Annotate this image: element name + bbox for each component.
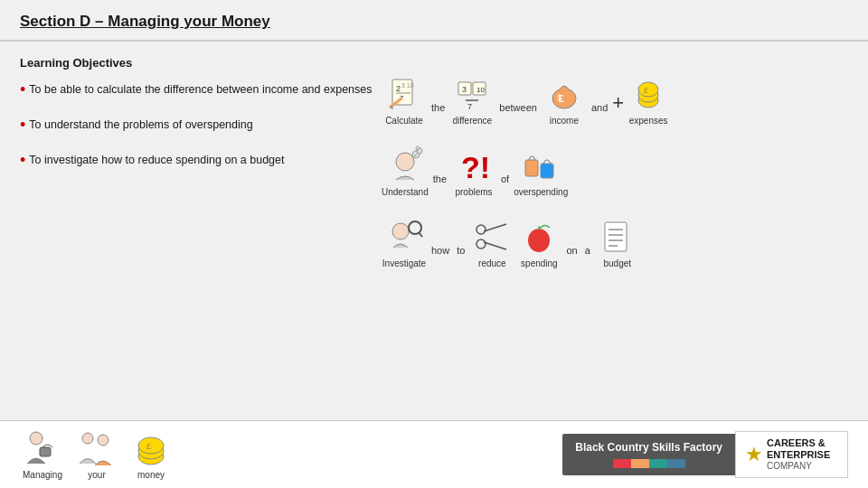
- footer-your-label: your: [88, 470, 105, 480]
- budget-icon: [598, 217, 637, 257]
- bcsf-color-orange: [631, 459, 649, 468]
- svg-point-20: [396, 153, 414, 171]
- word-and-1: and: [589, 102, 610, 126]
- word-on: on: [563, 245, 580, 268]
- reduce-label: reduce: [478, 258, 506, 268]
- svg-point-35: [528, 229, 550, 252]
- objective-1-text: To be able to calculate the difference b…: [29, 82, 372, 99]
- svg-text:?!: ?!: [461, 150, 490, 184]
- svg-rect-26: [525, 160, 538, 176]
- svg-rect-27: [541, 164, 553, 178]
- left-column: Learning Objectives • To be able to calc…: [20, 56, 373, 285]
- svg-line-30: [419, 232, 422, 237]
- word-of-1: of: [498, 174, 512, 197]
- word-how: how: [429, 245, 452, 268]
- careers-line1: CAREERS &: [767, 437, 830, 449]
- difference-icon-cell: 3 10 7 difference: [449, 74, 495, 126]
- footer-your-icon: [74, 429, 119, 470]
- careers-line2: ENTERPRISE: [767, 449, 830, 461]
- footer-icons: Managing your: [20, 429, 174, 480]
- objective-3: • To investigate how to reduce spending …: [20, 153, 373, 170]
- plus-icon: +: [612, 91, 624, 126]
- investigate-label: Investigate: [382, 258, 426, 268]
- svg-line-34: [484, 242, 506, 249]
- main-content: Learning Objectives • To be able to calc…: [0, 42, 868, 294]
- spending-label: spending: [521, 258, 558, 268]
- svg-text:✓: ✓: [413, 152, 419, 158]
- problems-label: problems: [455, 187, 492, 197]
- budget-label: budget: [603, 258, 631, 268]
- income-icon-cell: £ $ income: [542, 74, 587, 126]
- word-the-2: the: [430, 174, 449, 197]
- icon-row-1: 2 3 10 7 Calculate the: [382, 74, 848, 126]
- svg-point-28: [392, 223, 409, 239]
- svg-point-23: [416, 146, 420, 150]
- svg-text:3: 3: [462, 85, 467, 94]
- overspending-icon: [521, 145, 561, 185]
- understand-label: Understand: [382, 187, 429, 197]
- bullet-3: •: [20, 151, 25, 170]
- footer-managing-icon: [20, 429, 65, 470]
- svg-text:7: 7: [467, 102, 472, 111]
- calculate-icon: 2 3 10 7: [384, 74, 424, 114]
- reduce-icon-cell: reduce: [469, 217, 514, 268]
- svg-point-32: [476, 239, 486, 249]
- bcsf-color-teal: [649, 459, 667, 468]
- overspending-label: overspending: [514, 187, 568, 197]
- footer-money-label: money: [137, 470, 165, 480]
- bcsf-badge: Black Country Skills Factory: [562, 434, 735, 476]
- understand-icon-cell: ✓ Understand: [382, 145, 429, 197]
- svg-text:10: 10: [476, 86, 485, 94]
- icon-row-2: ✓ Understand the ?! problem: [382, 145, 848, 197]
- svg-point-42: [30, 432, 42, 445]
- bcsf-color-red: [613, 459, 631, 468]
- svg-text:$: $: [557, 93, 561, 102]
- footer-badges: Black Country Skills Factory ★ CAREERS &…: [562, 431, 848, 478]
- footer-money-group: £ money: [128, 429, 174, 480]
- word-to: to: [454, 245, 467, 268]
- spending-icon: [519, 217, 559, 257]
- page-title: Section D – Managing your Money: [20, 13, 270, 30]
- header: Section D – Managing your Money: [0, 0, 868, 42]
- right-column: 2 3 10 7 Calculate the: [382, 56, 848, 285]
- careers-text: CAREERS & ENTERPRISE COMPANY: [767, 437, 830, 472]
- objective-1: • To be able to calculate the difference…: [20, 82, 373, 99]
- calculate-label: Calculate: [385, 116, 423, 126]
- bcsf-color-strip: [613, 459, 685, 468]
- income-label: income: [550, 116, 579, 126]
- page: Section D – Managing your Money Learning…: [0, 0, 868, 488]
- learning-objectives-heading: Learning Objectives: [20, 56, 373, 70]
- svg-text:2: 2: [396, 84, 401, 93]
- investigate-icon: [384, 217, 424, 257]
- expenses-icon: £: [628, 74, 668, 114]
- svg-line-33: [484, 224, 506, 231]
- investigate-icon-cell: Investigate: [382, 217, 427, 268]
- spending-icon-cell: spending: [516, 217, 561, 268]
- reduce-icon: [472, 217, 512, 257]
- footer-money-icon: £: [128, 429, 174, 470]
- svg-rect-43: [40, 447, 51, 456]
- footer-managing-label: Managing: [23, 470, 62, 480]
- word-a: a: [582, 245, 593, 268]
- svg-point-45: [98, 435, 108, 446]
- icon-row-3: Investigate how to red: [382, 217, 848, 268]
- word-between-1: between: [496, 102, 540, 126]
- objective-2: • To understand the problems of overspen…: [20, 117, 373, 135]
- difference-icon: 3 10 7: [452, 74, 492, 114]
- svg-point-44: [82, 433, 93, 444]
- svg-point-13: [552, 89, 576, 108]
- overspending-icon-cell: overspending: [514, 145, 568, 197]
- svg-text:£: £: [644, 86, 648, 95]
- budget-icon-cell: budget: [595, 217, 640, 268]
- svg-text:3  10: 3 10: [401, 82, 414, 89]
- footer-your-group: your: [74, 429, 119, 480]
- footer-managing-group: Managing: [20, 429, 65, 480]
- bcsf-title: Black Country Skills Factory: [575, 441, 722, 455]
- objective-3-text: To investigate how to reduce spending on…: [29, 153, 284, 169]
- calculate-icon-cell: 2 3 10 7 Calculate: [382, 74, 427, 126]
- objective-2-text: To understand the problems of overspendi…: [29, 117, 252, 134]
- bullet-2: •: [20, 116, 25, 135]
- svg-point-31: [476, 225, 486, 234]
- careers-badge: ★ CAREERS & ENTERPRISE COMPANY: [735, 431, 848, 478]
- difference-label: difference: [452, 116, 492, 126]
